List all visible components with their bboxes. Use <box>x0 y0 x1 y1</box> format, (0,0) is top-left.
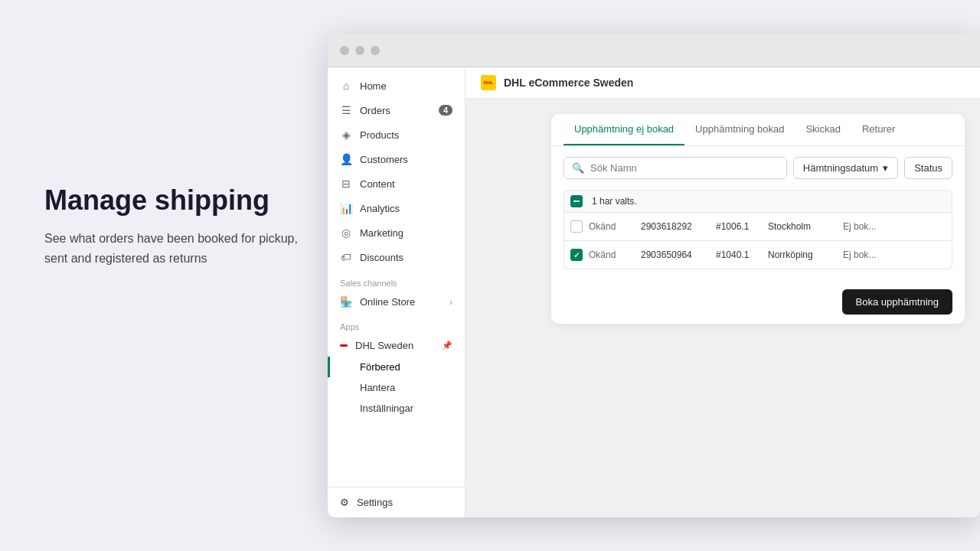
search-icon: 🔍 <box>572 162 584 174</box>
tabs-bar: Upphämtning ej bokad Upphämtning bokad S… <box>551 114 965 146</box>
tab-upphamtning-ej-bokad[interactable]: Upphämtning ej bokad <box>564 114 684 145</box>
traffic-light-green[interactable] <box>371 46 380 55</box>
marketing-section: Manage shipping See what orders have bee… <box>44 184 320 268</box>
tab-skickad[interactable]: Skickad <box>795 114 851 145</box>
sidebar-item-customers[interactable]: 👤 Customers <box>328 147 465 171</box>
sidebar-item-products[interactable]: ◈ Products <box>328 122 465 147</box>
sidebar-settings[interactable]: ⚙ Settings <box>328 487 465 517</box>
marketing-icon: ◎ <box>340 227 352 239</box>
row-0-checkbox[interactable] <box>570 220 583 233</box>
dhl-logo: DHL <box>481 75 496 90</box>
table-row: Okänd 2903618292 #1006.1 Stockholm Ej bo… <box>564 213 952 241</box>
sidebar: ⌂ Home ☰ Orders 4 ◈ Products 👤 Customers <box>328 67 466 517</box>
row-0-status: Okänd <box>589 221 635 232</box>
online-store-label: Online Store <box>360 296 415 308</box>
products-icon: ◈ <box>340 129 352 141</box>
tab-3-label: Returer <box>862 123 895 135</box>
apps-label: Apps <box>328 313 465 334</box>
store-icon: 🏪 <box>340 296 352 308</box>
row-1-status2: Ej bok... <box>843 249 946 260</box>
filter-label: Hämtningsdatum <box>803 162 878 174</box>
sidebar-item-analytics-label: Analytics <box>360 203 400 214</box>
chevron-right-icon: › <box>449 297 452 308</box>
tab-0-label: Upphämtning ej bokad <box>574 123 674 135</box>
tab-upphamtning-bokad[interactable]: Upphämtning bokad <box>684 114 795 145</box>
row-1-tracking: 2903650964 <box>641 249 710 260</box>
sidebar-item-orders[interactable]: ☰ Orders 4 <box>328 98 465 122</box>
dhl-logo-text: DHL <box>484 80 493 85</box>
action-row: Boka upphämtning <box>551 280 965 324</box>
search-input[interactable] <box>590 162 779 174</box>
boka-button-label: Boka upphämtning <box>856 296 939 308</box>
content-icon: ⊟ <box>340 178 352 190</box>
status-col-label: Status <box>914 162 942 174</box>
sidebar-item-marketing[interactable]: ◎ Marketing <box>328 220 465 245</box>
boka-upphamtning-button[interactable]: Boka upphämtning <box>842 289 952 315</box>
status-filter-button[interactable]: Status <box>904 157 952 179</box>
sidebar-sub-hantera[interactable]: Hantera <box>328 377 465 398</box>
sidebar-sub-installningar[interactable]: Inställningar <box>328 398 465 419</box>
row-1-status: Okänd <box>589 249 635 260</box>
dhl-header: DHL DHL eCommerce Sweden <box>466 67 980 99</box>
analytics-icon: 📊 <box>340 202 352 214</box>
main-card: Upphämtning ej bokad Upphämtning bokad S… <box>551 114 965 324</box>
row-1-order: #1040.1 <box>716 249 762 260</box>
installningar-label: Inställningar <box>360 403 413 414</box>
dhl-dot-icon <box>340 344 348 347</box>
sidebar-item-discounts[interactable]: 🏷 Discounts <box>328 245 465 269</box>
row-0-status2: Ej bok... <box>843 221 946 232</box>
sidebar-item-orders-label: Orders <box>360 105 390 116</box>
search-box[interactable]: 🔍 <box>564 157 787 179</box>
row-1-city: Norrköping <box>768 249 837 260</box>
table-row: Okänd 2903650964 #1040.1 Norrköping Ej b… <box>564 241 952 269</box>
forbered-label: Förbered <box>360 361 400 373</box>
dhl-sweden-label: DHL Sweden <box>355 340 413 351</box>
sidebar-online-store[interactable]: 🏪 Online Store › <box>328 291 465 313</box>
browser-content: ⌂ Home ☰ Orders 4 ◈ Products 👤 Customers <box>328 67 980 517</box>
discounts-icon: 🏷 <box>340 251 352 263</box>
sidebar-item-marketing-label: Marketing <box>360 227 403 239</box>
sidebar-item-discounts-label: Discounts <box>360 252 403 263</box>
tab-returer[interactable]: Returer <box>851 114 906 145</box>
browser-chrome <box>328 34 980 67</box>
tab-1-label: Upphämtning bokad <box>695 123 784 135</box>
data-table: 1 har valts. Okänd 2903618292 #1006.1 St… <box>564 190 952 269</box>
tab-2-label: Skickad <box>805 123 841 135</box>
card-area: Upphämtning ej bokad Upphämtning bokad S… <box>466 99 980 339</box>
traffic-light-red[interactable] <box>340 46 349 55</box>
home-icon: ⌂ <box>340 80 352 92</box>
row-0-tracking: 2903618292 <box>641 221 710 232</box>
dhl-header-title: DHL eCommerce Sweden <box>504 77 633 89</box>
select-all-checkbox[interactable] <box>570 195 583 207</box>
table-area: 🔍 Hämtningsdatum ▾ Status <box>551 146 965 280</box>
sidebar-item-analytics[interactable]: 📊 Analytics <box>328 196 465 220</box>
customers-icon: 👤 <box>340 153 352 165</box>
marketing-subtext: See what orders have been booked for pic… <box>44 229 320 268</box>
marketing-heading: Manage shipping <box>44 184 320 217</box>
sidebar-sub-forbered[interactable]: Förbered <box>328 357 465 377</box>
row-0-order: #1006.1 <box>716 221 762 232</box>
orders-icon: ☰ <box>340 104 352 116</box>
main-content: DHL DHL eCommerce Sweden Upphämtning ej … <box>466 67 980 517</box>
toolbar: 🔍 Hämtningsdatum ▾ Status <box>564 157 952 179</box>
row-0-city: Stockholm <box>768 221 837 232</box>
settings-label: Settings <box>357 497 393 508</box>
sidebar-item-content[interactable]: ⊟ Content <box>328 171 465 196</box>
settings-icon: ⚙ <box>340 497 349 508</box>
table-header-row: 1 har valts. <box>564 190 952 213</box>
row-1-checkbox[interactable] <box>570 249 583 261</box>
hantera-label: Hantera <box>360 382 395 393</box>
chevron-down-icon: ▾ <box>883 162 888 174</box>
traffic-light-yellow[interactable] <box>355 46 364 55</box>
sales-channels-label: Sales channels <box>328 269 465 291</box>
orders-badge: 4 <box>439 105 452 116</box>
sidebar-nav: ⌂ Home ☰ Orders 4 ◈ Products 👤 Customers <box>328 67 465 487</box>
filter-button[interactable]: Hämtningsdatum ▾ <box>793 157 898 179</box>
sidebar-item-home-label: Home <box>360 80 387 92</box>
sidebar-dhl-sweden[interactable]: DHL Sweden 📌 <box>328 334 465 357</box>
sidebar-item-home[interactable]: ⌂ Home <box>328 73 465 98</box>
sidebar-item-customers-label: Customers <box>360 154 408 165</box>
sidebar-item-content-label: Content <box>360 178 395 190</box>
pin-icon: 📌 <box>442 341 452 350</box>
sidebar-item-products-label: Products <box>360 129 399 141</box>
